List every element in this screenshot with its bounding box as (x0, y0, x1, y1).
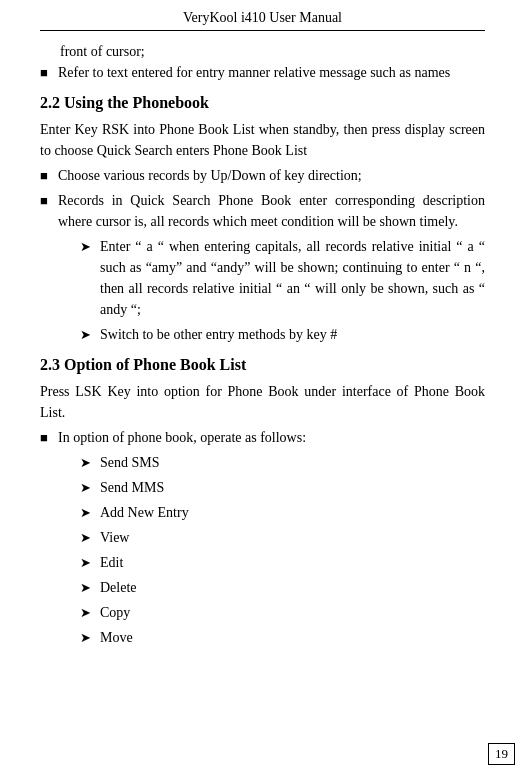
sub-bullet-text-5: Delete (100, 577, 137, 598)
sub-bullet-text-1: Send MMS (100, 477, 164, 498)
sub-bullet-text-4: Edit (100, 552, 123, 573)
header-title: VeryKool i410 User Manual (183, 10, 342, 25)
sub-bullet-item-5: ➤Delete (80, 577, 485, 598)
sub-bullet-item-0: ➤Send SMS (80, 452, 485, 473)
bullet-icon-option: ■ (40, 428, 58, 448)
section-2-2-heading: 2.2 Using the Phonebook (40, 91, 485, 115)
sub-bullet-enter-a: ➤ Enter “ a “ when entering capitals, al… (80, 236, 485, 320)
arrow-icon-sub-0: ➤ (80, 453, 100, 473)
arrow-icon-sub-3: ➤ (80, 528, 100, 548)
section-2-3-para1: Press LSK Key into option for Phone Book… (40, 381, 485, 423)
sub-bullet-enter-a-text: Enter “ a “ when entering capitals, all … (100, 236, 485, 320)
intro-text: front of cursor; (60, 44, 145, 59)
bullet-in-option: ■ In option of phone book, operate as fo… (40, 427, 485, 448)
section-2-3-heading: 2.3 Option of Phone Book List (40, 353, 485, 377)
sub-bullet-item-4: ➤Edit (80, 552, 485, 573)
bullet-refer-text: Refer to text entered for entry manner r… (58, 62, 450, 83)
arrow-icon-sub-5: ➤ (80, 578, 100, 598)
bullet-records: ■ Records in Quick Search Phone Book ent… (40, 190, 485, 232)
page-header: VeryKool i410 User Manual (40, 10, 485, 31)
page-number: 19 (488, 743, 515, 765)
sub-bullet-text-7: Move (100, 627, 133, 648)
bullet-icon-records: ■ (40, 191, 58, 211)
section-2-2-para1: Enter Key RSK into Phone Book List when … (40, 119, 485, 161)
bullet-choose-text: Choose various records by Up/Down of key… (58, 165, 362, 186)
sub-bullet-text-0: Send SMS (100, 452, 160, 473)
sub-bullet-switch-text: Switch to be other entry methods by key … (100, 324, 337, 345)
bullet-icon-choose: ■ (40, 166, 58, 186)
page-container: VeryKool i410 User Manual front of curso… (0, 0, 525, 775)
sub-bullet-item-1: ➤Send MMS (80, 477, 485, 498)
bullet-refer: ■ Refer to text entered for entry manner… (40, 62, 485, 83)
sub-bullet-switch: ➤ Switch to be other entry methods by ke… (80, 324, 485, 345)
sub-bullet-text-2: Add New Entry (100, 502, 189, 523)
bullet-in-option-text: In option of phone book, operate as foll… (58, 427, 306, 448)
sub-bullet-item-7: ➤Move (80, 627, 485, 648)
sub-bullet-text-6: Copy (100, 602, 130, 623)
sub-bullet-item-2: ➤Add New Entry (80, 502, 485, 523)
arrow-icon-sub-7: ➤ (80, 628, 100, 648)
sub-bullets-list: ➤Send SMS➤Send MMS➤Add New Entry➤View➤Ed… (40, 452, 485, 648)
arrow-icon-1: ➤ (80, 237, 100, 257)
intro-line: front of cursor; (60, 41, 485, 62)
sub-bullet-item-6: ➤Copy (80, 602, 485, 623)
arrow-icon-sub-2: ➤ (80, 503, 100, 523)
content-area: front of cursor; ■ Refer to text entered… (40, 41, 485, 648)
bullet-icon-1: ■ (40, 63, 58, 83)
arrow-icon-sub-4: ➤ (80, 553, 100, 573)
arrow-icon-sub-1: ➤ (80, 478, 100, 498)
bullet-choose: ■ Choose various records by Up/Down of k… (40, 165, 485, 186)
sub-bullet-text-3: View (100, 527, 129, 548)
bullet-records-text: Records in Quick Search Phone Book enter… (58, 190, 485, 232)
arrow-icon-sub-6: ➤ (80, 603, 100, 623)
arrow-icon-2: ➤ (80, 325, 100, 345)
sub-bullet-item-3: ➤View (80, 527, 485, 548)
